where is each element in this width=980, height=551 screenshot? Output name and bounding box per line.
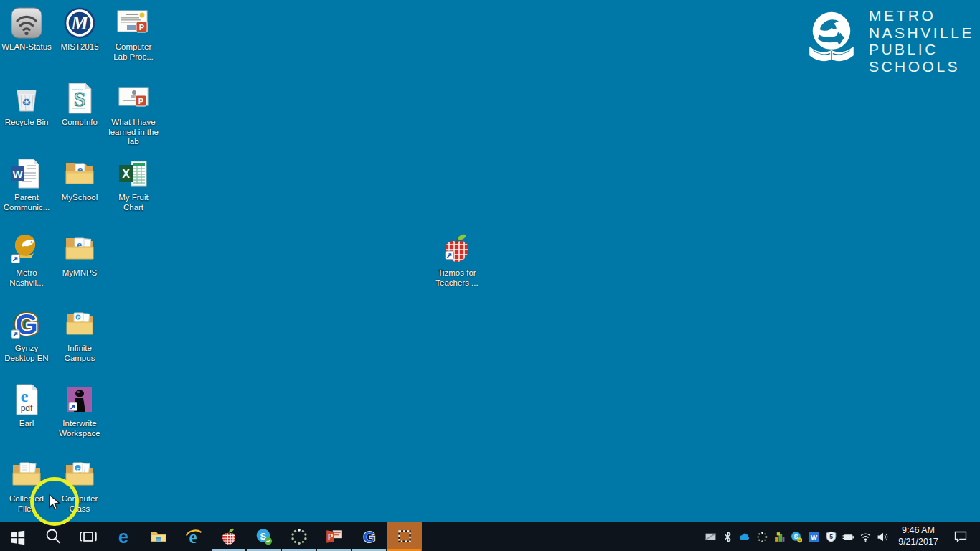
desktop-icon-label: Infinite Campus [54,344,105,363]
desktop-icon-label: Earl [1,419,52,429]
webex-tray-icon[interactable]: W [805,522,822,551]
desktop-icon-label: Tizmos for Teachers ... [431,268,483,288]
mnps-logo: METRO NASHVILLE PUBLIC SCHOOLS [804,7,974,75]
mnps-logo-text: METRO NASHVILLE PUBLIC SCHOOLS [869,7,974,75]
tray-icons: SW5 [702,522,891,551]
desktop-icon-label: Computer Class [54,494,105,514]
svg-text:G: G [363,528,375,546]
desktop-icon-label: MIST2015 [54,42,105,52]
skype-taskbar-item[interactable]: S [246,522,281,551]
gynzy-taskbar-item[interactable]: G [352,522,387,551]
sync-spinner-tray-icon[interactable] [753,522,771,551]
taskbar: eeSPG SW5 9:46 AM 9/21/2017 [0,522,980,551]
svg-text:pdf: pdf [21,403,33,413]
folderdocs2-icon: epdf [62,307,97,342]
desktop-icon-label: Recycle Bin [1,118,52,128]
desktop-icon-recycle-bin[interactable]: ♻Recycle Bin [1,81,52,128]
logo-line: METRO [869,7,974,24]
start-button[interactable] [0,522,35,551]
desktop-icon-mist2015[interactable]: MMIST2015 [54,6,105,52]
wifi-tray-icon[interactable] [857,522,874,551]
explorer-icon [149,527,168,546]
internet-explorer-taskbar-item[interactable]: e [176,522,211,551]
battery-tray-icon[interactable] [839,522,857,551]
svg-text:P: P [139,23,144,32]
folderedocs-icon: epdf [62,458,97,492]
foldere-icon: e [62,156,97,191]
gynzy-icon: GG [9,307,44,342]
desktop-icon-compinfo[interactable]: SCompInfo [54,81,105,128]
show-desktop-button[interactable] [976,522,980,551]
action-center-button[interactable] [946,522,976,551]
desktop-icon-label: What I have learned in the lab [108,118,159,147]
svg-text:e: e [118,527,128,546]
svg-text:5: 5 [829,533,833,540]
desktop-icon-what-i-have-learned-in-the-lab[interactable]: PWhat I have learned in the lab [108,81,159,147]
desktop: METRO NASHVILLE PUBLIC SCHOOLS WLAN-Stat… [0,0,980,551]
volume-tray-icon[interactable] [874,522,891,551]
desktop-icon-metro-nashvil[interactable]: Metro Nashvil... [1,232,52,288]
desktop-icon-tizmos-for-teachers[interactable]: Tizmos for Teachers ... [431,232,483,288]
folderdocs-icon [9,458,44,492]
snipping-tool-taskbar-item[interactable] [387,522,422,551]
blocks-app-tray-icon[interactable] [771,522,788,551]
desktop-icon-gynzy-desktop-en[interactable]: GGGynzy Desktop EN [1,307,52,363]
desktop-icon-earl[interactable]: epdfEarl [1,382,52,429]
svg-text:e: e [77,465,80,472]
display-tray-icon[interactable] [702,522,719,551]
compinfo-icon: S [62,81,97,116]
desktop-icon-wlan-status[interactable]: WLAN-Status [1,6,52,52]
metrobird-icon [9,232,44,266]
desktop-icon-label: Collected Files [1,494,52,514]
desktop-icon-label: MySchool [54,193,105,203]
taskbar-clock[interactable]: 9:46 AM 9/21/2017 [891,525,946,547]
pptdoc2-icon: P [116,81,151,116]
desktop-icon-label: Metro Nashvil... [1,268,52,288]
desktop-icon-label: WLAN-Status [1,42,52,52]
bluetooth-tray-icon[interactable] [719,522,736,551]
tizmos-taskbar-item[interactable] [211,522,246,551]
desktop-icon-interwrite-workspace[interactable]: Interwrite Workspace [54,382,105,438]
spinner-icon [290,527,308,546]
svg-text:M: M [70,12,89,34]
desktop-icon-infinite-campus[interactable]: epdfInfinite Campus [54,307,105,363]
clock-time: 9:46 AM [891,525,946,537]
desktop-icon-parent-communic[interactable]: WParent Communic... [1,156,52,212]
system-tray: SW5 9:46 AM 9/21/2017 [702,522,980,551]
desktop-icon-myschool[interactable]: eMySchool [54,156,105,203]
search-button[interactable] [35,522,70,551]
pptdoc-icon: P [116,6,151,40]
clock-date: 9/21/2017 [891,537,946,548]
skype-icon: S [255,527,273,546]
desktop-icon-label: Parent Communic... [1,193,52,212]
taskbar-buttons: eeSPG [0,522,422,551]
onedrive-tray-icon[interactable] [736,522,753,551]
gynzySmall-icon: G [360,527,379,546]
skype-tray-icon[interactable]: S [788,522,805,551]
desktop-icon-computer-class[interactable]: epdfComputer Class [54,458,105,514]
task-view-button[interactable] [70,522,105,551]
mist-icon: M [62,6,97,40]
edge-icon: e [114,527,133,546]
search-icon [44,527,62,546]
snip-icon [395,527,414,546]
edge-taskbar-item[interactable]: e [105,522,141,551]
svg-text:♻: ♻ [22,96,31,109]
desktop-icon-mymnps[interactable]: eMyMNPS [54,232,105,278]
wlan-icon [9,6,44,40]
mnps-logo-emblem [804,7,859,70]
foldere2-icon: e [62,232,97,266]
svg-text:X: X [122,168,130,180]
desktop-icon-my-fruit-chart[interactable]: XMy Fruit Chart [108,156,159,212]
file-explorer-taskbar-item[interactable] [141,522,176,551]
worddoc-icon: W [9,156,44,191]
svg-text:W: W [12,168,23,180]
desktop-icon-computer-lab-proc[interactable]: PComputer Lab Proc... [108,6,159,62]
powerpoint-taskbar-item[interactable]: P [316,522,352,551]
svg-text:P: P [138,97,143,105]
logo-line: NASHVILLE [869,24,974,42]
ppt-icon: P [325,527,344,546]
loading-app-taskbar-item[interactable] [281,522,316,551]
shield-tray-icon[interactable]: 5 [822,522,839,551]
desktop-icon-collected-files[interactable]: Collected Files [1,458,52,514]
